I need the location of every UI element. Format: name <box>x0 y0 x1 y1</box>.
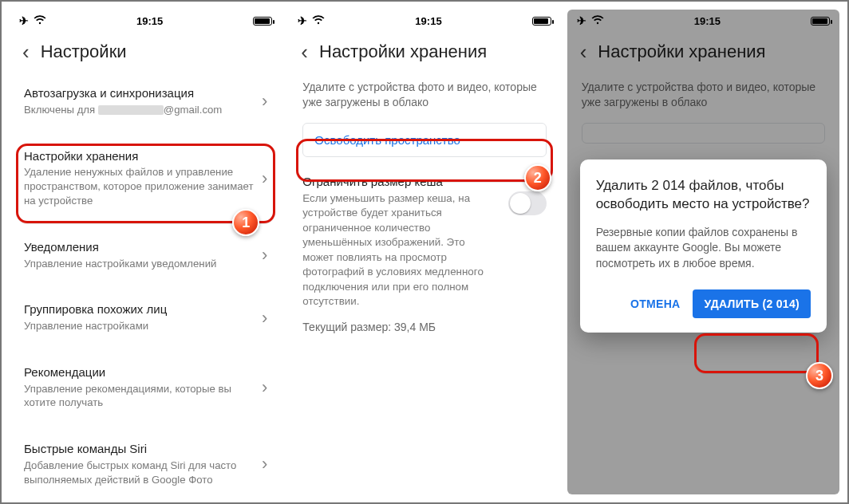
wifi-icon <box>34 15 46 27</box>
row-subtitle: Добавление быстрых команд Siri для часто… <box>24 459 254 487</box>
row-title: Группировка похожих лиц <box>24 302 254 317</box>
back-icon[interactable]: ‹ <box>580 41 587 62</box>
battery-icon <box>811 17 830 26</box>
wifi-icon <box>591 15 604 27</box>
dialog-title: Удалить 2 014 файлов, чтобы освободить м… <box>596 177 811 214</box>
nav-header: ‹ Настройки <box>10 32 282 75</box>
free-up-space-button[interactable]: Освободить пространство <box>302 123 546 157</box>
status-time: 19:15 <box>136 15 163 27</box>
redacted-email <box>98 105 164 115</box>
row-title: Рекомендации <box>24 365 254 380</box>
screen-settings: ✈ 19:15 ‹ Настройки Автозагрузка и синхр… <box>10 10 282 494</box>
nav-header: ‹ Настройки хранения <box>567 32 839 75</box>
row-notifications[interactable]: Уведомления Управление настройками уведо… <box>24 229 267 282</box>
row-title: Быстрые команды Siri <box>24 442 254 457</box>
row-siri-shortcuts[interactable]: Быстрые команды Siri Добавление быстрых … <box>24 431 267 494</box>
airplane-icon: ✈ <box>298 14 307 27</box>
row-subtitle: Управление рекомендациями, которые вы хо… <box>24 382 254 411</box>
storage-description: Удалите с устройства фото и видео, котор… <box>567 75 839 118</box>
free-up-space-button[interactable] <box>582 123 825 144</box>
status-time: 19:15 <box>694 15 721 27</box>
chevron-right-icon: › <box>262 454 267 474</box>
row-title: Настройки хранения <box>24 149 254 164</box>
chevron-right-icon: › <box>262 168 267 189</box>
back-icon[interactable]: ‹ <box>22 41 30 62</box>
screen-storage-settings: ✈ 19:15 ‹ Настройки хранения Удалите с у… <box>288 10 560 494</box>
chevron-right-icon: › <box>262 91 267 112</box>
status-bar: ✈ 19:15 <box>10 10 282 32</box>
step-badge-3: 3 <box>806 362 833 389</box>
cache-section-title: Ограничить размер кеша <box>302 175 546 188</box>
status-bar: ✈ 19:15 <box>288 10 560 32</box>
page-title: Настройки <box>41 41 127 62</box>
delete-button[interactable]: УДАЛИТЬ (2 014) <box>693 289 811 318</box>
status-time: 19:15 <box>415 15 441 27</box>
highlight-delete-btn <box>694 333 819 373</box>
wifi-icon <box>312 15 325 27</box>
status-bar: ✈ 19:15 <box>567 10 839 32</box>
row-storage-settings[interactable]: Настройки хранения Удаление ненужных фай… <box>24 138 267 219</box>
row-subtitle: Управление настройками <box>24 319 254 333</box>
page-title: Настройки хранения <box>319 41 487 62</box>
row-autoupload[interactable]: Автозагрузка и синхронизация Включены дл… <box>24 75 267 128</box>
airplane-icon: ✈ <box>19 14 29 27</box>
cancel-button[interactable]: ОТМЕНА <box>630 297 680 310</box>
cache-limit-toggle[interactable] <box>508 191 547 215</box>
row-subtitle: Удаление ненужных файлов и управление пр… <box>24 165 254 207</box>
page-title: Настройки хранения <box>598 41 765 62</box>
row-title: Уведомления <box>24 240 254 255</box>
storage-description: Удалите с устройства фото и видео, котор… <box>288 75 560 118</box>
screen-delete-dialog: ✈ 19:15 ‹ Настройки хранения Удалите с у… <box>567 10 839 494</box>
row-subtitle: Включены для @gmail.com <box>24 103 254 117</box>
battery-icon <box>532 17 551 26</box>
chevron-right-icon: › <box>262 308 267 329</box>
confirm-delete-dialog: Удалить 2 014 файлов, чтобы освободить м… <box>580 159 827 333</box>
row-subtitle: Управление настройками уведомлений <box>24 257 254 271</box>
cache-current-size: Текущий размер: 39,4 МБ <box>288 316 560 333</box>
row-title: Автозагрузка и синхронизация <box>24 86 254 101</box>
dialog-body: Резервные копии файлов сохранены в вашем… <box>596 225 811 272</box>
airplane-icon: ✈ <box>577 14 586 27</box>
back-icon[interactable]: ‹ <box>301 41 308 62</box>
row-face-grouping[interactable]: Группировка похожих лиц Управление настр… <box>24 291 267 345</box>
chevron-right-icon: › <box>262 245 267 266</box>
battery-icon <box>253 17 272 26</box>
chevron-right-icon: › <box>262 377 267 398</box>
nav-header: ‹ Настройки хранения <box>288 32 560 75</box>
row-recommendations[interactable]: Рекомендации Управление рекомендациями, … <box>24 354 267 421</box>
cache-description: Если уменьшить размер кеша, на устройств… <box>302 191 498 309</box>
